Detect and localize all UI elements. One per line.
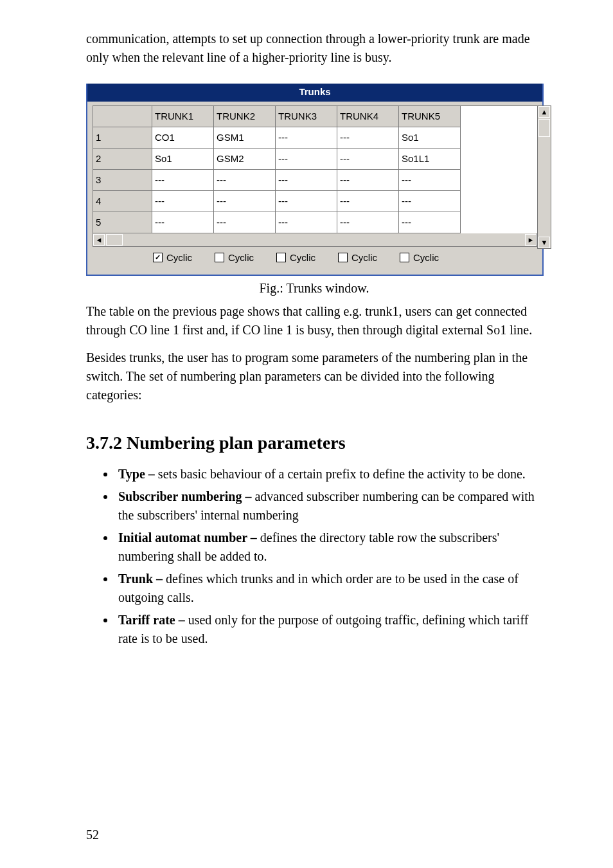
cell[interactable]: --- <box>276 170 337 191</box>
list-item: Type – sets basic behaviour of a certain… <box>116 465 542 484</box>
cell[interactable]: --- <box>399 212 461 233</box>
cell[interactable]: --- <box>337 149 399 170</box>
column-header[interactable]: TRUNK3 <box>276 106 337 127</box>
cell[interactable]: GSM2 <box>214 149 276 170</box>
scroll-thumb[interactable] <box>538 119 550 137</box>
section-heading: 3.7.2 Numbering plan parameters <box>86 433 542 453</box>
row-header[interactable]: 2 <box>93 149 152 170</box>
cell[interactable]: So1 <box>152 149 214 170</box>
cell[interactable]: --- <box>214 170 276 191</box>
scroll-up-icon[interactable]: ▲ <box>538 106 550 118</box>
cyclic-checkbox[interactable] <box>215 253 224 262</box>
bullet-list: Type – sets basic behaviour of a certain… <box>86 465 542 648</box>
cyclic-label: Cyclic <box>290 252 315 263</box>
cell[interactable]: --- <box>337 191 399 212</box>
panel-title: Trunks <box>87 84 542 102</box>
vertical-scrollbar[interactable]: ▲ ▼ <box>537 105 551 249</box>
cyclic-checkbox[interactable] <box>276 253 286 262</box>
cell[interactable]: GSM1 <box>214 127 276 149</box>
grid-corner <box>93 106 152 127</box>
column-header[interactable]: TRUNK5 <box>399 106 461 127</box>
trunks-figure: Trunks TRUNK1 TRUNK2 TRUNK3 TRUNK4 TRUNK… <box>86 84 542 296</box>
horizontal-scrollbar[interactable]: ◄ ► <box>93 233 537 247</box>
page-number: 52 <box>86 827 99 842</box>
row-header[interactable]: 1 <box>93 127 152 149</box>
paragraph: The table on the previous page shows tha… <box>86 302 542 339</box>
list-item: Initial automat number – defines the dir… <box>116 529 542 566</box>
scroll-left-icon[interactable]: ◄ <box>93 234 105 246</box>
cell[interactable]: So1L1 <box>399 149 461 170</box>
paragraph: Besides trunks, the user has to program … <box>86 348 542 404</box>
cell[interactable]: --- <box>214 191 276 212</box>
scroll-down-icon[interactable]: ▼ <box>538 237 550 248</box>
cell[interactable]: --- <box>399 191 461 212</box>
list-item: Tariff rate – used only for the purpose … <box>116 611 542 648</box>
cell[interactable]: --- <box>337 127 399 149</box>
cyclic-label: Cyclic <box>166 252 192 263</box>
cell[interactable]: --- <box>337 212 399 233</box>
column-header[interactable]: TRUNK4 <box>337 106 399 127</box>
cell[interactable]: --- <box>152 170 214 191</box>
trunks-panel: Trunks TRUNK1 TRUNK2 TRUNK3 TRUNK4 TRUNK… <box>86 84 544 276</box>
trunks-table: TRUNK1 TRUNK2 TRUNK3 TRUNK4 TRUNK5 1 CO1… <box>93 105 537 233</box>
figure-caption: Fig.: Trunks window. <box>86 281 542 296</box>
cell[interactable]: CO1 <box>152 127 214 149</box>
cell[interactable]: --- <box>337 170 399 191</box>
list-item: Trunk – defines which trunks and in whic… <box>116 570 542 607</box>
column-header[interactable]: TRUNK1 <box>152 106 214 127</box>
cell[interactable]: --- <box>276 149 337 170</box>
cyclic-label: Cyclic <box>228 252 254 263</box>
cyclic-row: Cyclic Cyclic Cyclic Cyclic Cyclic <box>93 252 537 263</box>
intro-paragraph: communication, attempts to set up connec… <box>86 30 542 67</box>
cell[interactable]: --- <box>152 212 214 233</box>
cell[interactable]: --- <box>214 212 276 233</box>
cyclic-checkbox[interactable] <box>400 253 409 262</box>
cyclic-label: Cyclic <box>413 252 439 263</box>
row-header[interactable]: 5 <box>93 212 152 233</box>
cyclic-checkbox[interactable] <box>338 253 348 262</box>
scroll-right-icon[interactable]: ► <box>525 234 537 246</box>
column-header[interactable]: TRUNK2 <box>214 106 276 127</box>
cell[interactable]: --- <box>276 127 337 149</box>
row-header[interactable]: 4 <box>93 191 152 212</box>
cell[interactable]: --- <box>276 191 337 212</box>
list-item: Subscriber numbering – advanced subscrib… <box>116 487 542 525</box>
cell[interactable]: So1 <box>399 127 461 149</box>
cell[interactable]: --- <box>276 212 337 233</box>
cyclic-checkbox[interactable] <box>153 253 163 262</box>
scroll-thumb[interactable] <box>106 234 123 246</box>
cyclic-label: Cyclic <box>351 252 377 263</box>
cell[interactable]: --- <box>399 170 461 191</box>
row-header[interactable]: 3 <box>93 170 152 191</box>
cell[interactable]: --- <box>152 191 214 212</box>
